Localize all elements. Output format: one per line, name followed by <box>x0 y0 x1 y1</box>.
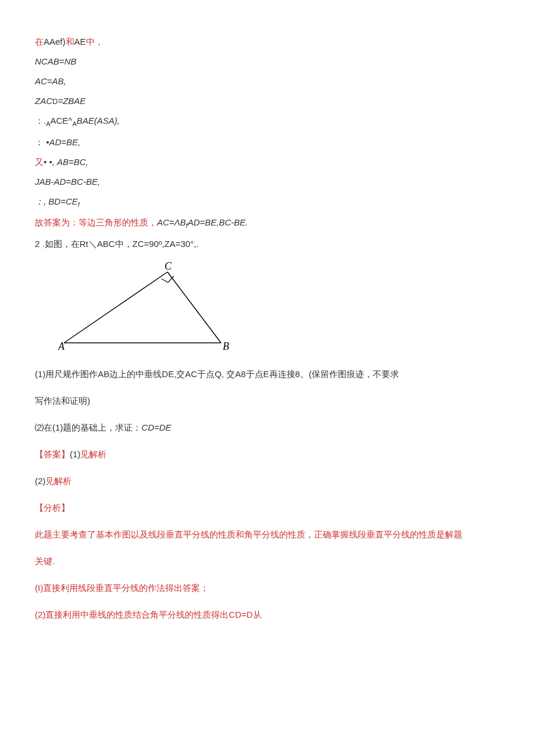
text-answer-label: 【答案】 <box>35 449 70 459</box>
text-line-5b: A <box>46 120 50 127</box>
text-line-9b: f <box>78 201 80 208</box>
text-line-9a: ：, BD=CE <box>35 196 78 206</box>
svg-line-2 <box>167 272 221 343</box>
text-line-10a: 故答案为：等边三角形的性质， <box>35 217 157 227</box>
svg-text:A: A <box>58 341 65 352</box>
text-line-18: 此题主要考查了基本作图以及线段垂直平分线的性质和角平分线的性质，正确掌握线段垂直… <box>35 528 500 542</box>
text-line-1a: 在 <box>35 37 44 46</box>
text-line-5a: ：. <box>35 116 46 126</box>
triangle-diagram: A B C <box>58 261 233 354</box>
text-line-19: 关键. <box>35 554 500 568</box>
text-line-21: (2)直接利用中垂线的性质结合角平分线的性质得出CD=D从 <box>35 608 500 622</box>
text-line-15c: 见解析 <box>80 449 106 459</box>
text-line-7a: 又 <box>35 157 44 167</box>
text-line-1b: AAef) <box>44 37 66 46</box>
text-line-20: (I)直接利用线段垂直平分线的作法得出答案； <box>35 581 500 595</box>
svg-text:B: B <box>223 341 229 352</box>
text-line-14b: CD=DE <box>141 422 171 432</box>
text-analysis-label: 【分析】 <box>35 501 500 515</box>
text-line-15b: (1) <box>70 449 80 459</box>
text-line-6b: •AD=BE, <box>46 137 80 147</box>
text-line-2: NCAB=NB <box>35 55 500 69</box>
text-line-8: JAB-AD=BC-BE, <box>35 175 500 189</box>
text-line-12: (1)用尺规作图作AB边上的中垂线DE,交AC于点Q, 交A8于点E再连接8。(… <box>35 367 500 381</box>
text-line-10c: AD=BE,BC-BE. <box>188 217 248 227</box>
text-line-11: 2 .如图，在Rt＼ABC中，ZC=90º,ZA=30°,. <box>35 237 500 251</box>
text-line-13: 写作法和证明) <box>35 394 500 408</box>
text-line-4a: ZAC <box>35 96 52 106</box>
text-line-3: AC=AB, <box>35 74 500 88</box>
text-line-14a: ⑵在(1)题的基础上，求证： <box>35 422 141 432</box>
text-line-5c: ACE^ <box>51 116 73 126</box>
text-line-7c: , AB=BC, <box>52 157 88 167</box>
text-line-6a: ： <box>35 137 44 147</box>
svg-text:C: C <box>165 261 172 272</box>
text-line-16a: (2) <box>35 476 45 486</box>
text-line-10b: AC=ΛB <box>157 217 186 227</box>
text-line-5e: BAE(ASA), <box>77 116 120 126</box>
text-line-16b: 见解析 <box>45 476 72 486</box>
text-line-1c: 和 <box>66 37 74 46</box>
text-line-5d: A <box>72 120 76 127</box>
text-line-1d: AE <box>74 37 86 46</box>
svg-line-1 <box>64 272 167 343</box>
text-line-4c: =ZBAE <box>58 96 85 106</box>
text-line-1e: 中， <box>86 37 104 46</box>
text-line-7b: • • <box>44 157 52 167</box>
text-line-4b: D <box>52 97 58 106</box>
